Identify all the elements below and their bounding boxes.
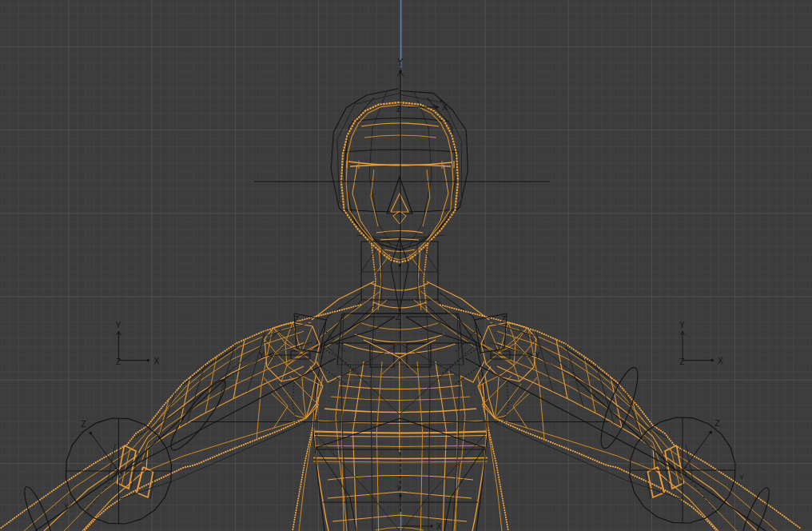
svg-text:X: X bbox=[436, 522, 442, 531]
svg-text:Y: Y bbox=[116, 321, 121, 329]
svg-text:Z: Z bbox=[680, 357, 685, 366]
svg-text:Z: Z bbox=[81, 419, 86, 429]
svg-text:Y: Y bbox=[679, 321, 685, 329]
svg-text:Z: Z bbox=[294, 315, 299, 324]
svg-text:Y: Y bbox=[64, 502, 69, 510]
svg-text:Y: Y bbox=[259, 351, 265, 360]
svg-text:Z: Z bbox=[714, 418, 720, 428]
svg-text:Y: Y bbox=[739, 473, 744, 481]
svg-text:Z: Z bbox=[501, 315, 506, 324]
svg-text:X: X bbox=[154, 357, 160, 365]
svg-text:Z: Z bbox=[116, 357, 121, 366]
svg-text:X: X bbox=[718, 357, 723, 365]
svg-text:Z: Z bbox=[396, 105, 401, 114]
svg-text:Z: Z bbox=[396, 313, 400, 321]
svg-text:y: y bbox=[397, 483, 401, 491]
svg-text:Y: Y bbox=[535, 351, 540, 360]
svg-text:X: X bbox=[442, 103, 448, 112]
